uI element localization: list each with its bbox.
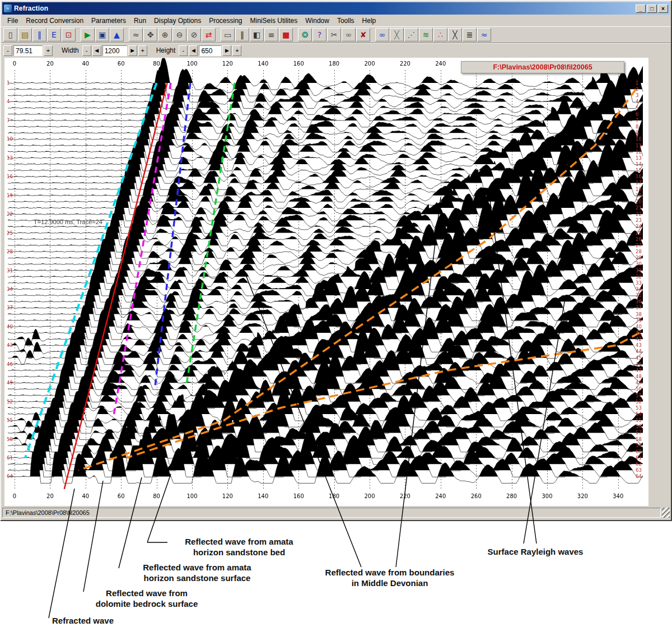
width-value[interactable]: 1200 [102,45,127,56]
toolbar-separator [293,28,297,41]
annotation-rayleigh: Surface Rayleigh waves [488,546,584,557]
annotation-amata-surface: Reflected wave from amatahorizon sandsto… [143,562,251,583]
levels-icon[interactable]: ≣ [463,28,477,41]
peak-display-icon[interactable]: ▲ [110,28,124,41]
menubar: FileRecord ConversionParametersRunDispla… [1,15,671,26]
new-file-icon[interactable]: ▯ [3,28,17,41]
height-decrease-button[interactable]: - [179,45,188,56]
annotation-dolomite: Reflected wave fromdolomite bedrock surf… [96,588,198,609]
plot-area: F:\Plavinas\2008\Pr08\fil20065 T=12.9000… [1,57,671,507]
zoom-out-icon[interactable]: ⊖ [172,28,186,41]
zoom-reset-icon[interactable]: ⊘ [187,28,201,41]
rect-window-icon[interactable]: ▭ [221,28,235,41]
pause-display-icon[interactable]: ‖ [235,28,249,41]
menu-window[interactable]: Window [301,16,333,26]
minimize-button[interactable]: _ [636,4,646,13]
velocity-lines-icon[interactable]: ⋰ [404,28,418,41]
params-bar: - 79.51 + Width - ◀ 1200 ▶ + Height - ◀ … [1,43,671,57]
window-title: Refraction [14,4,48,12]
height-value[interactable]: 650 [199,45,221,56]
toolbar: ▯▤‖E⊡▶▣▲≈✥⊕⊖⊘⇄▭‖◧≡■❂?✂∞✘∞╳⋰≋∴╳≣≈ [1,26,671,43]
width-increase-button[interactable]: + [138,45,147,56]
menu-file[interactable]: File [3,16,22,26]
crossing-traces-icon[interactable]: ╳ [390,28,404,41]
scatter-curve-icon[interactable]: ∴ [433,28,447,41]
stop-icon[interactable]: ▣ [95,28,109,41]
width-step-right-button[interactable]: ▶ [128,45,137,56]
file-label: F:\Plavinas\2008\Pr08\fil20065 [461,61,624,73]
app-icon: ≈ [4,4,12,12]
toolbar-separator [124,28,128,41]
delete-pick-icon[interactable]: ✘ [356,28,370,41]
toolbar-separator [371,28,375,41]
open-folder-icon[interactable]: ▤ [18,28,32,41]
height-increase-button[interactable]: + [232,45,241,56]
cut-icon[interactable]: ✂ [327,28,341,41]
status-bar: F:\Plavinas\2008\Pr08\fil20065 [1,507,671,519]
width-label: Width [62,47,79,54]
swap-arrows-icon[interactable]: ⇄ [202,28,216,41]
status-text: F:\Plavinas\2008\Pr08\fil20065 [2,508,661,518]
menu-miniseis-utilites[interactable]: MiniSeis Utilites [246,16,302,26]
spectrum-icon[interactable]: ≈ [477,28,491,41]
export-record-icon[interactable]: ⊡ [62,28,76,41]
glasses-icon[interactable]: ∞ [375,28,389,41]
width-decrease-button[interactable]: - [82,45,91,56]
cursor-readout: T=12.9000 ms, Trace=24 [34,219,102,225]
menu-parameters[interactable]: Parameters [87,16,130,26]
height-step-right-button[interactable]: ▶ [222,45,231,56]
menu-help[interactable]: Help [358,16,380,26]
annotation-refracted: Refracted wave [52,615,114,626]
seismogram-canvas[interactable] [4,58,648,506]
app-window: ≈ Refraction _ □ × FileRecord Conversion… [0,0,672,521]
hodograph-icon[interactable]: ≋ [419,28,433,41]
menu-run[interactable]: Run [130,16,150,26]
titlebar[interactable]: ≈ Refraction _ □ × [2,2,670,15]
gain-increase-button[interactable]: + [44,45,53,56]
annotation-amata-bed: Reflected wave from amatahorizon sandsto… [185,536,293,558]
gain-value[interactable]: 79.51 [13,45,43,56]
close-button[interactable]: × [658,4,668,13]
pause-record-icon[interactable]: ‖ [32,28,46,41]
zoom-in-icon[interactable]: ⊕ [158,28,172,41]
width-step-left-button[interactable]: ◀ [92,45,101,56]
normalize-icon[interactable]: ≡ [264,28,278,41]
resize-grip[interactable] [662,508,670,518]
wiggle-display-icon[interactable]: ≈ [129,28,143,41]
menu-toolls[interactable]: Toolls [333,16,358,26]
red-square-icon[interactable]: ■ [279,28,293,41]
globe-icon[interactable]: ❂ [298,28,312,41]
contrast-icon[interactable]: ◧ [250,28,264,41]
binoculars-icon[interactable]: ∞ [342,28,356,41]
play-icon[interactable]: ▶ [81,28,95,41]
toolbar-separator [76,28,80,41]
edit-e-icon[interactable]: E [47,28,61,41]
annotation-middle-devonian: Reflected wave from boundariesin Middle … [325,567,455,588]
toolbar-separator [216,28,220,41]
menu-display-options[interactable]: Display Options [150,16,205,26]
cross-picks-icon[interactable]: ╳ [448,28,462,41]
maximize-button[interactable]: □ [647,4,657,13]
height-step-left-button[interactable]: ◀ [189,45,198,56]
menu-processing[interactable]: Processing [205,16,246,26]
gain-decrease-button[interactable]: - [3,45,12,56]
help-icon[interactable]: ? [312,28,326,41]
page: ≈ Refraction _ □ × FileRecord Conversion… [0,0,672,627]
pan-hand-icon[interactable]: ✥ [143,28,157,41]
height-label: Height [156,47,176,54]
menu-record-conversion[interactable]: Record Conversion [22,16,87,26]
